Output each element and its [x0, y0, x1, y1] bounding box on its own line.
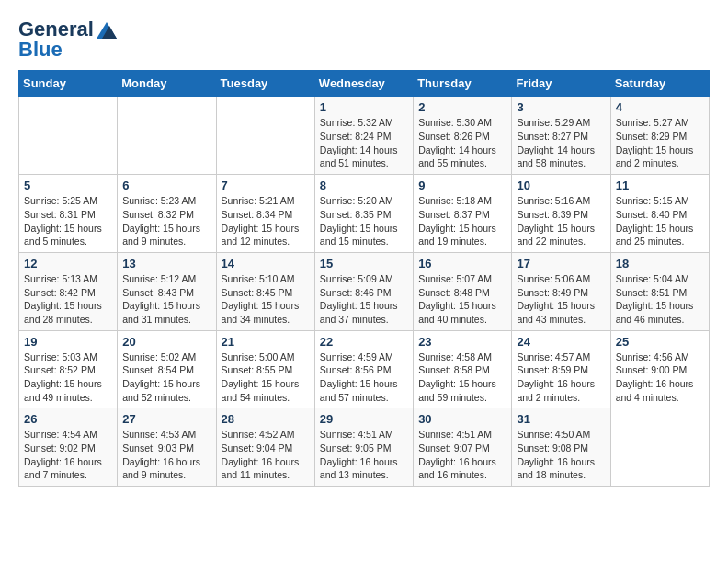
day-info: Sunrise: 4:53 AM Sunset: 9:03 PM Dayligh… — [122, 428, 210, 482]
day-number: 14 — [222, 257, 310, 270]
logo-blue: Blue — [18, 39, 63, 61]
calendar-day-cell: 3Sunrise: 5:29 AM Sunset: 8:27 PM Daylig… — [512, 97, 610, 175]
calendar-day-cell: 20Sunrise: 5:02 AM Sunset: 8:54 PM Dayli… — [118, 330, 216, 408]
day-info: Sunrise: 4:58 AM Sunset: 8:58 PM Dayligh… — [418, 350, 506, 405]
calendar-day-cell: 29Sunrise: 4:51 AM Sunset: 9:05 PM Dayli… — [314, 408, 413, 487]
day-info: Sunrise: 5:12 AM Sunset: 8:43 PM Dayligh… — [122, 272, 210, 327]
day-number: 26 — [24, 412, 112, 426]
day-of-week-header: Thursday — [414, 71, 512, 97]
calendar-day-cell: 18Sunrise: 5:04 AM Sunset: 8:51 PM Dayli… — [610, 252, 709, 330]
day-of-week-header: Monday — [118, 71, 216, 97]
calendar-day-cell: 4Sunrise: 5:27 AM Sunset: 8:29 PM Daylig… — [610, 97, 709, 175]
day-info: Sunrise: 5:04 AM Sunset: 8:51 PM Dayligh… — [616, 272, 704, 327]
calendar-week-row: 12Sunrise: 5:13 AM Sunset: 8:42 PM Dayli… — [19, 252, 710, 330]
day-number: 7 — [222, 178, 310, 192]
calendar-day-cell: 6Sunrise: 5:23 AM Sunset: 8:32 PM Daylig… — [118, 175, 216, 253]
day-info: Sunrise: 5:13 AM Sunset: 8:42 PM Dayligh… — [24, 272, 112, 327]
calendar-day-cell: 19Sunrise: 5:03 AM Sunset: 8:52 PM Dayli… — [19, 330, 118, 408]
day-of-week-header: Wednesday — [314, 71, 413, 97]
calendar-week-row: 26Sunrise: 4:54 AM Sunset: 9:02 PM Dayli… — [19, 408, 710, 487]
calendar-header-row: SundayMondayTuesdayWednesdayThursdayFrid… — [19, 71, 710, 97]
day-number: 27 — [122, 412, 210, 426]
page-header: General Blue — [18, 18, 710, 61]
day-number: 20 — [122, 335, 210, 349]
day-info: Sunrise: 5:00 AM Sunset: 8:55 PM Dayligh… — [222, 350, 310, 405]
day-info: Sunrise: 5:32 AM Sunset: 8:24 PM Dayligh… — [320, 116, 408, 170]
day-info: Sunrise: 5:03 AM Sunset: 8:52 PM Dayligh… — [24, 350, 112, 405]
day-number: 23 — [418, 335, 506, 349]
calendar-day-cell: 30Sunrise: 4:51 AM Sunset: 9:07 PM Dayli… — [414, 408, 512, 487]
day-number: 21 — [222, 335, 310, 349]
day-info: Sunrise: 5:10 AM Sunset: 8:45 PM Dayligh… — [222, 272, 310, 327]
day-info: Sunrise: 5:20 AM Sunset: 8:35 PM Dayligh… — [320, 194, 408, 248]
logo: General Blue — [18, 18, 117, 61]
day-of-week-header: Saturday — [610, 71, 709, 97]
day-info: Sunrise: 5:09 AM Sunset: 8:46 PM Dayligh… — [320, 272, 408, 327]
day-number: 9 — [418, 178, 506, 192]
calendar-week-row: 5Sunrise: 5:25 AM Sunset: 8:31 PM Daylig… — [19, 175, 710, 253]
calendar-day-cell: 21Sunrise: 5:00 AM Sunset: 8:55 PM Dayli… — [216, 330, 314, 408]
day-number: 10 — [517, 178, 605, 192]
day-info: Sunrise: 5:29 AM Sunset: 8:27 PM Dayligh… — [517, 116, 605, 170]
calendar-day-cell: 22Sunrise: 4:59 AM Sunset: 8:56 PM Dayli… — [314, 330, 413, 408]
day-number: 12 — [24, 257, 112, 270]
day-info: Sunrise: 5:15 AM Sunset: 8:40 PM Dayligh… — [616, 194, 704, 248]
day-number: 15 — [320, 257, 408, 270]
calendar-day-cell: 12Sunrise: 5:13 AM Sunset: 8:42 PM Dayli… — [19, 252, 118, 330]
calendar-day-cell: 27Sunrise: 4:53 AM Sunset: 9:03 PM Dayli… — [118, 408, 216, 487]
day-number: 1 — [320, 100, 408, 114]
day-number: 5 — [24, 178, 112, 192]
day-info: Sunrise: 5:18 AM Sunset: 8:37 PM Dayligh… — [418, 194, 506, 248]
calendar-day-cell: 23Sunrise: 4:58 AM Sunset: 8:58 PM Dayli… — [414, 330, 512, 408]
calendar-week-row: 19Sunrise: 5:03 AM Sunset: 8:52 PM Dayli… — [19, 330, 710, 408]
calendar-day-cell: 25Sunrise: 4:56 AM Sunset: 9:00 PM Dayli… — [610, 330, 709, 408]
calendar-day-cell: 14Sunrise: 5:10 AM Sunset: 8:45 PM Dayli… — [216, 252, 314, 330]
day-info: Sunrise: 4:51 AM Sunset: 9:05 PM Dayligh… — [320, 428, 408, 482]
calendar-week-row: 1Sunrise: 5:32 AM Sunset: 8:24 PM Daylig… — [19, 97, 710, 175]
day-info: Sunrise: 5:23 AM Sunset: 8:32 PM Dayligh… — [122, 194, 210, 248]
day-info: Sunrise: 5:30 AM Sunset: 8:26 PM Dayligh… — [418, 116, 506, 170]
day-number: 18 — [616, 257, 704, 270]
day-info: Sunrise: 5:06 AM Sunset: 8:49 PM Dayligh… — [517, 272, 605, 327]
calendar-day-cell: 26Sunrise: 4:54 AM Sunset: 9:02 PM Dayli… — [19, 408, 118, 487]
day-number: 4 — [616, 100, 704, 114]
day-info: Sunrise: 5:07 AM Sunset: 8:48 PM Dayligh… — [418, 272, 506, 327]
day-number: 19 — [24, 335, 112, 349]
calendar-day-cell: 2Sunrise: 5:30 AM Sunset: 8:26 PM Daylig… — [414, 97, 512, 175]
day-number: 3 — [517, 100, 605, 114]
calendar-day-cell: 9Sunrise: 5:18 AM Sunset: 8:37 PM Daylig… — [414, 175, 512, 253]
day-number: 25 — [616, 335, 704, 349]
calendar-day-cell: 1Sunrise: 5:32 AM Sunset: 8:24 PM Daylig… — [314, 97, 413, 175]
day-number: 28 — [222, 412, 310, 426]
day-of-week-header: Sunday — [19, 71, 118, 97]
day-info: Sunrise: 4:51 AM Sunset: 9:07 PM Dayligh… — [418, 428, 506, 482]
day-info: Sunrise: 4:52 AM Sunset: 9:04 PM Dayligh… — [222, 428, 310, 482]
calendar-day-cell: 28Sunrise: 4:52 AM Sunset: 9:04 PM Dayli… — [216, 408, 314, 487]
day-info: Sunrise: 5:25 AM Sunset: 8:31 PM Dayligh… — [24, 194, 112, 248]
day-number: 17 — [517, 257, 605, 270]
calendar-day-cell: 17Sunrise: 5:06 AM Sunset: 8:49 PM Dayli… — [512, 252, 610, 330]
day-info: Sunrise: 4:57 AM Sunset: 8:59 PM Dayligh… — [517, 350, 605, 405]
day-info: Sunrise: 5:21 AM Sunset: 8:34 PM Dayligh… — [222, 194, 310, 248]
day-number: 6 — [122, 178, 210, 192]
day-info: Sunrise: 5:27 AM Sunset: 8:29 PM Dayligh… — [616, 116, 704, 170]
day-number: 29 — [320, 412, 408, 426]
calendar-day-cell: 5Sunrise: 5:25 AM Sunset: 8:31 PM Daylig… — [19, 175, 118, 253]
day-number: 11 — [616, 178, 704, 192]
day-info: Sunrise: 5:02 AM Sunset: 8:54 PM Dayligh… — [122, 350, 210, 405]
calendar-day-cell — [19, 97, 118, 175]
calendar-day-cell: 8Sunrise: 5:20 AM Sunset: 8:35 PM Daylig… — [314, 175, 413, 253]
calendar-day-cell: 15Sunrise: 5:09 AM Sunset: 8:46 PM Dayli… — [314, 252, 413, 330]
day-number: 30 — [418, 412, 506, 426]
day-info: Sunrise: 4:59 AM Sunset: 8:56 PM Dayligh… — [320, 350, 408, 405]
calendar-day-cell: 24Sunrise: 4:57 AM Sunset: 8:59 PM Dayli… — [512, 330, 610, 408]
day-number: 8 — [320, 178, 408, 192]
calendar-day-cell — [610, 408, 709, 487]
day-number: 2 — [418, 100, 506, 114]
day-info: Sunrise: 4:54 AM Sunset: 9:02 PM Dayligh… — [24, 428, 112, 482]
calendar-day-cell: 16Sunrise: 5:07 AM Sunset: 8:48 PM Dayli… — [414, 252, 512, 330]
day-info: Sunrise: 4:50 AM Sunset: 9:08 PM Dayligh… — [517, 428, 605, 482]
day-number: 22 — [320, 335, 408, 349]
day-number: 24 — [517, 335, 605, 349]
day-number: 13 — [122, 257, 210, 270]
